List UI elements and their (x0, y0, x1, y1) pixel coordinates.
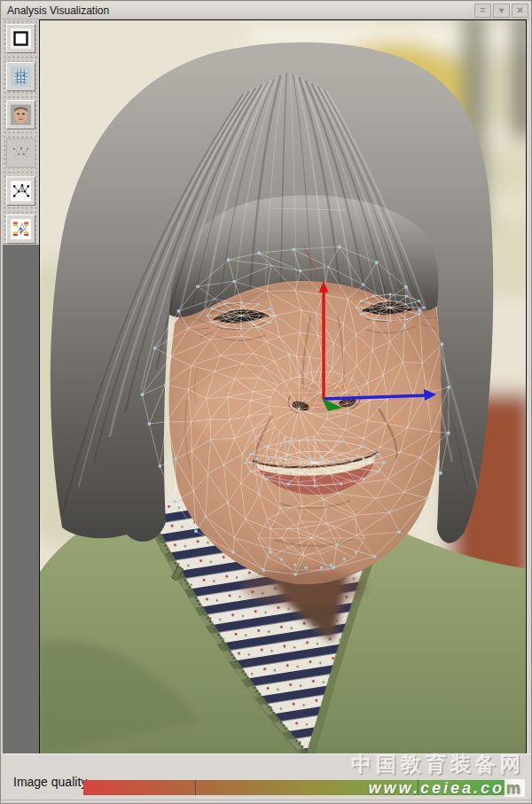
minimize-icon: = (481, 6, 486, 15)
image-quality-label: Image quality (13, 775, 87, 789)
colored-landmarks-icon (11, 219, 31, 239)
toolbar-button-landmarks[interactable] (6, 176, 35, 206)
photo-viewport[interactable] (39, 20, 527, 755)
titlebar[interactable]: Analysis Visualization = ▾ ✕ (2, 2, 530, 20)
image-quality-meter (83, 780, 512, 795)
window-title: Analysis Visualization (2, 4, 474, 17)
statusbar: Image quality (2, 753, 532, 802)
landmark-points-icon (11, 181, 31, 201)
close-icon: ✕ (516, 6, 523, 15)
maximize-icon: ▾ (499, 6, 504, 15)
statusbar-bottom-line (2, 800, 532, 800)
toolbar-button-plain-image[interactable] (6, 24, 35, 53)
face-mesh-icon (11, 66, 31, 87)
face-photo-icon (11, 105, 31, 125)
window-controls: = ▾ ✕ (474, 4, 530, 18)
close-button[interactable]: ✕ (512, 4, 528, 18)
square-outline-icon (11, 28, 31, 49)
maximize-button[interactable]: ▾ (493, 4, 510, 18)
wireframe-icon (11, 143, 31, 163)
meter-tick (418, 780, 419, 795)
toolbar-button-wireframe[interactable] (6, 138, 35, 168)
toolbar-button-strip (3, 20, 39, 245)
analysis-visualization-window: Analysis Visualization = ▾ ✕ (0, 0, 532, 804)
meter-tick (195, 780, 196, 795)
analysis-photo (40, 20, 526, 754)
toolbar-button-colored-landmarks[interactable] (6, 215, 35, 244)
toolbar-button-mesh-model[interactable] (6, 62, 35, 91)
minimize-button[interactable]: = (474, 4, 491, 18)
toolbar-button-face-texture[interactable] (6, 100, 35, 129)
view-mode-toolbar (3, 20, 40, 755)
